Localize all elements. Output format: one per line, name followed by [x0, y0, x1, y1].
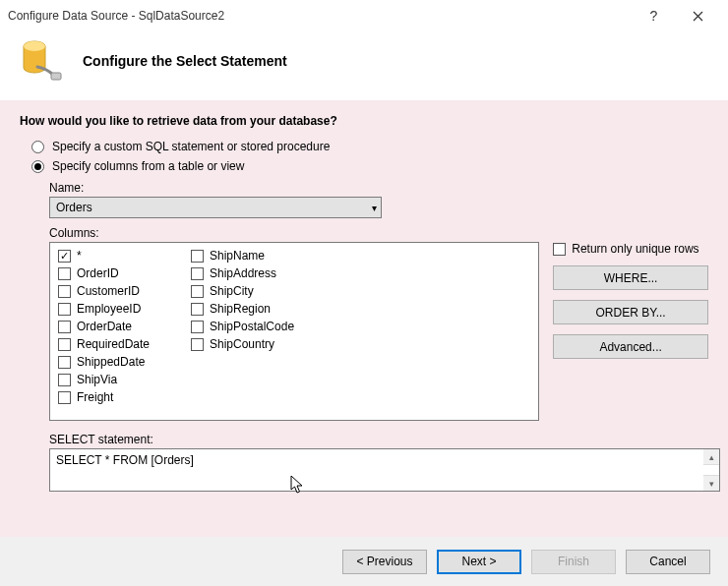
- help-button[interactable]: ?: [632, 0, 676, 31]
- close-icon: [693, 11, 703, 22]
- column-label: ShipRegion: [210, 302, 271, 316]
- checkbox-icon: [191, 285, 204, 298]
- checkbox-icon: [58, 391, 71, 404]
- column-label: OrderID: [77, 266, 119, 280]
- radio-label: Specify columns from a table or view: [52, 159, 244, 173]
- column-label: ShippedDate: [77, 355, 145, 369]
- radio-custom-sql[interactable]: Specify a custom SQL statement or stored…: [31, 140, 708, 153]
- content-area: How would you like to retrieve data from…: [0, 100, 728, 496]
- side-controls: Return only unique rows WHERE... ORDER B…: [553, 242, 708, 359]
- checkbox-icon: [191, 303, 204, 316]
- column-label: ShipVia: [77, 373, 117, 386]
- checkbox-icon: [191, 250, 204, 263]
- checkbox-icon: [58, 374, 71, 386]
- columns-listbox: *OrderIDCustomerIDEmployeeIDOrderDateReq…: [49, 242, 539, 421]
- column-checkbox-employeeid[interactable]: EmployeeID: [58, 302, 191, 316]
- title-bar: Configure Data Source - SqlDataSource2 ?: [0, 0, 728, 31]
- where-button[interactable]: WHERE...: [553, 265, 708, 290]
- column-checkbox-shipaddress[interactable]: ShipAddress: [191, 266, 348, 280]
- checkbox-icon: [58, 321, 71, 333]
- checkbox-icon: [58, 250, 71, 263]
- checkbox-label: Return only unique rows: [572, 242, 698, 256]
- column-label: CustomerID: [77, 284, 140, 298]
- column-label: EmployeeID: [77, 302, 141, 316]
- database-icon: [20, 37, 65, 86]
- close-button[interactable]: [676, 0, 720, 31]
- radio-specify-columns[interactable]: Specify columns from a table or view: [31, 159, 708, 173]
- svg-point-1: [24, 41, 45, 51]
- column-checkbox-customerid[interactable]: CustomerID: [58, 284, 191, 298]
- checkbox-icon: [191, 321, 204, 333]
- previous-button[interactable]: < Previous: [342, 550, 427, 574]
- next-button[interactable]: Next >: [437, 550, 521, 574]
- column-checkbox-shippostalcode[interactable]: ShipPostalCode: [191, 320, 348, 333]
- wizard-footer: < Previous Next > Finish Cancel: [0, 537, 728, 586]
- advanced-button[interactable]: Advanced...: [553, 334, 708, 359]
- column-label: ShipCity: [210, 284, 254, 298]
- column-checkbox-shipregion[interactable]: ShipRegion: [191, 302, 348, 316]
- window-title: Configure Data Source - SqlDataSource2: [8, 9, 224, 23]
- column-label: ShipCountry: [210, 337, 274, 351]
- columns-label: Columns:: [49, 226, 708, 240]
- unique-rows-checkbox[interactable]: Return only unique rows: [553, 242, 708, 256]
- column-checkbox-orderdate[interactable]: OrderDate: [58, 320, 191, 333]
- column-checkbox-shipname[interactable]: ShipName: [191, 249, 348, 263]
- checkbox-icon: [58, 338, 71, 351]
- wizard-title: Configure the Select Statement: [83, 53, 287, 69]
- column-label: RequiredDate: [77, 337, 150, 351]
- checkbox-icon: [553, 243, 566, 256]
- column-checkbox-requireddate[interactable]: RequiredDate: [58, 337, 191, 351]
- name-label: Name:: [49, 181, 708, 195]
- select-statement-text: SELECT * FROM [Orders]: [56, 453, 194, 467]
- radio-label: Specify a custom SQL statement or stored…: [52, 140, 330, 153]
- checkbox-icon: [58, 285, 71, 298]
- column-label: Freight: [77, 390, 113, 404]
- checkbox-icon: [58, 356, 71, 369]
- column-checkbox-shipcountry[interactable]: ShipCountry: [191, 337, 348, 351]
- column-checkbox-shipvia[interactable]: ShipVia: [58, 373, 191, 386]
- chevron-down-icon: ▾: [372, 203, 377, 213]
- column-label: *: [77, 249, 82, 263]
- name-dropdown[interactable]: Orders ▾: [49, 197, 382, 218]
- column-checkbox-orderid[interactable]: OrderID: [58, 266, 191, 280]
- scroll-up-button[interactable]: ▴: [703, 449, 719, 465]
- checkbox-icon: [58, 267, 71, 280]
- column-label: OrderDate: [77, 320, 132, 333]
- radio-icon: [31, 160, 44, 173]
- column-label: ShipPostalCode: [210, 320, 294, 333]
- column-checkbox-[interactable]: *: [58, 249, 191, 263]
- select-statement-box[interactable]: SELECT * FROM [Orders] ▴ ▾: [49, 448, 720, 492]
- orderby-button[interactable]: ORDER BY...: [553, 300, 708, 324]
- checkbox-icon: [191, 267, 204, 280]
- checkbox-icon: [191, 338, 204, 351]
- select-statement-label: SELECT statement:: [49, 433, 708, 446]
- checkbox-icon: [58, 303, 71, 316]
- name-value: Orders: [56, 201, 92, 214]
- question-label: How would you like to retrieve data from…: [20, 114, 708, 128]
- column-label: ShipName: [210, 249, 265, 263]
- column-checkbox-freight[interactable]: Freight: [58, 390, 191, 404]
- cancel-button[interactable]: Cancel: [626, 550, 710, 574]
- wizard-header: Configure the Select Statement: [0, 31, 728, 100]
- column-label: ShipAddress: [210, 266, 276, 280]
- column-checkbox-shipcity[interactable]: ShipCity: [191, 284, 348, 298]
- radio-icon: [31, 141, 44, 153]
- scroll-down-button[interactable]: ▾: [703, 475, 719, 491]
- column-checkbox-shippeddate[interactable]: ShippedDate: [58, 355, 191, 369]
- svg-rect-2: [51, 73, 61, 80]
- finish-button: Finish: [531, 550, 616, 574]
